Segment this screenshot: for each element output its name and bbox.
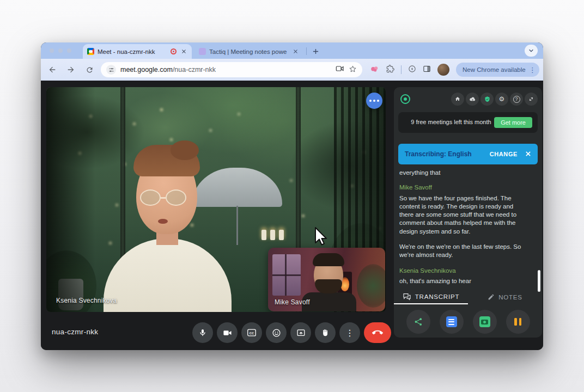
gear-icon: ⚙ bbox=[499, 95, 505, 103]
side-panel-icon[interactable] bbox=[423, 65, 431, 75]
close-window-icon[interactable] bbox=[50, 48, 54, 53]
tab-notes-label: NOTES bbox=[498, 294, 522, 301]
participant-glasses bbox=[140, 189, 186, 206]
tab-transcript-label: TRANSCRIPT bbox=[415, 293, 459, 300]
transcript-speaker: Mike Savoff bbox=[399, 183, 528, 192]
meet-favicon-icon bbox=[87, 48, 94, 55]
tab-title: Tactiq | Meeting notes powe bbox=[209, 48, 288, 55]
bookmark-star-icon[interactable] bbox=[349, 65, 357, 75]
end-call-button[interactable] bbox=[364, 322, 391, 343]
document-icon bbox=[446, 316, 457, 327]
help-icon: ? bbox=[513, 96, 520, 103]
tab-meet[interactable]: Meet - nua-czmr-nkk bbox=[83, 44, 192, 59]
pip-plant bbox=[357, 264, 385, 308]
transcript-scrollbar[interactable] bbox=[538, 270, 540, 292]
reactions-button[interactable] bbox=[266, 322, 287, 343]
site-info-icon[interactable] bbox=[106, 65, 116, 75]
tactiq-favicon-icon bbox=[199, 48, 206, 55]
tab-transcript[interactable]: TRANSCRIPT bbox=[394, 290, 468, 304]
tab-divider bbox=[306, 47, 307, 55]
tab-tactiq[interactable]: Tactiq | Meeting notes powe bbox=[194, 44, 303, 59]
transcribing-banner: Transcribing: English CHANGE bbox=[398, 144, 538, 164]
pip-name-label: Mike Savoff bbox=[275, 298, 310, 306]
document-button[interactable] bbox=[440, 310, 464, 334]
share-button[interactable] bbox=[406, 310, 430, 334]
panel-toolbar bbox=[394, 306, 542, 338]
browser-toolbar: meet.google.com/nua-czmr-nkk bbox=[41, 59, 543, 81]
resize-panel-button[interactable] bbox=[525, 93, 538, 106]
chat-fab-button[interactable] bbox=[366, 93, 382, 109]
close-tab-icon[interactable] bbox=[291, 48, 299, 56]
camera-button[interactable] bbox=[217, 322, 238, 343]
microphone-button[interactable] bbox=[192, 322, 213, 343]
tab-title: Meet - nua-czmr-nkk bbox=[98, 48, 167, 55]
performance-icon[interactable] bbox=[408, 65, 416, 75]
browser-window: Meet - nua-czmr-nkk Tactiq | Meeting not… bbox=[41, 42, 543, 350]
pencil-icon bbox=[488, 293, 495, 301]
media-camera-icon[interactable] bbox=[336, 65, 344, 75]
transcript-text: everything that bbox=[399, 169, 528, 177]
close-tab-icon[interactable] bbox=[180, 48, 187, 56]
extension-pink-icon[interactable] bbox=[370, 65, 380, 75]
quota-text: 9 free meetings left this month bbox=[410, 119, 492, 126]
participant-hair-bun bbox=[171, 140, 199, 160]
umbrella-pole bbox=[236, 206, 238, 245]
pip-participant-hair bbox=[313, 253, 344, 266]
extensions-puzzle-icon[interactable] bbox=[386, 65, 394, 75]
privacy-shield-button[interactable] bbox=[480, 93, 494, 106]
pause-button[interactable] bbox=[506, 310, 530, 334]
raise-hand-button[interactable] bbox=[315, 322, 336, 343]
change-language-button[interactable]: CHANGE bbox=[490, 151, 518, 157]
captions-button[interactable]: CC bbox=[241, 322, 262, 343]
meeting-code: nua-czmr-nkk bbox=[52, 328, 98, 336]
chrome-update-button[interactable]: New Chrome available ⋮ bbox=[456, 63, 539, 77]
home-button[interactable] bbox=[451, 93, 464, 106]
main-video-tile[interactable]: Ksenia Svechnikova Mike Savoff bbox=[46, 87, 386, 312]
help-button[interactable]: ? bbox=[510, 93, 523, 106]
participant-name-label: Ksenia Svechnikova bbox=[56, 297, 117, 304]
candles bbox=[261, 230, 284, 240]
pip-participant-body bbox=[302, 292, 356, 311]
pip-video-tile[interactable]: Mike Savoff bbox=[268, 248, 385, 311]
settings-gear-button[interactable]: ⚙ bbox=[495, 93, 508, 106]
participant-mouth bbox=[158, 219, 168, 224]
forward-button[interactable] bbox=[64, 63, 78, 77]
mouse-cursor bbox=[313, 226, 328, 248]
screenshot-button[interactable] bbox=[473, 310, 497, 334]
minimize-window-icon[interactable] bbox=[58, 48, 63, 53]
quota-banner: 9 free meetings left this month Get more bbox=[398, 112, 538, 133]
cloud-upload-button[interactable] bbox=[466, 93, 479, 106]
window-controls[interactable] bbox=[50, 48, 71, 53]
chat-bubbles-icon bbox=[403, 293, 411, 301]
url-domain: meet.google.com bbox=[120, 66, 173, 74]
reload-button[interactable] bbox=[82, 63, 96, 77]
chrome-update-label: New Chrome available bbox=[463, 66, 526, 73]
profile-avatar[interactable] bbox=[437, 64, 449, 76]
transcript-text: oh, that's amazing to hear bbox=[399, 277, 528, 285]
new-tab-button[interactable] bbox=[310, 46, 321, 57]
meet-page: Ksenia Svechnikova Mike Savoff nua-czmr-… bbox=[41, 81, 543, 350]
tab-strip: Meet - nua-czmr-nkk Tactiq | Meeting not… bbox=[41, 42, 543, 59]
tactiq-panel: ⚙ ? 9 free meetings left this month Get … bbox=[394, 87, 542, 338]
get-more-button[interactable]: Get more bbox=[494, 117, 532, 128]
browser-menu-icon[interactable]: ⋮ bbox=[529, 66, 536, 74]
zoom-window-icon[interactable] bbox=[67, 48, 71, 53]
transcript-list[interactable]: everything that Mike Savoff So we have t… bbox=[399, 169, 528, 289]
tab-search-button[interactable] bbox=[525, 45, 538, 57]
recording-indicator-icon bbox=[171, 48, 177, 54]
toolbar-divider bbox=[401, 65, 402, 74]
svg-text:CC: CC bbox=[250, 332, 254, 335]
url-text: meet.google.com/nua-czmr-nkk bbox=[120, 66, 331, 74]
tab-notes[interactable]: NOTES bbox=[468, 290, 542, 304]
transcribing-label: Transcribing: English bbox=[405, 150, 472, 158]
tactiq-header: ⚙ ? bbox=[394, 87, 542, 111]
meeting-controls: CC ⋮ bbox=[192, 322, 391, 343]
back-button[interactable] bbox=[45, 63, 59, 77]
pip-window-decor bbox=[272, 254, 301, 296]
present-button[interactable] bbox=[290, 322, 311, 343]
transcript-speaker: Ksenia Svechnikova bbox=[399, 267, 528, 275]
address-bar[interactable]: meet.google.com/nua-czmr-nkk bbox=[101, 62, 362, 77]
more-options-button[interactable]: ⋮ bbox=[339, 322, 360, 343]
close-banner-icon[interactable] bbox=[525, 150, 531, 158]
panel-tabs: TRANSCRIPT NOTES bbox=[394, 290, 542, 304]
